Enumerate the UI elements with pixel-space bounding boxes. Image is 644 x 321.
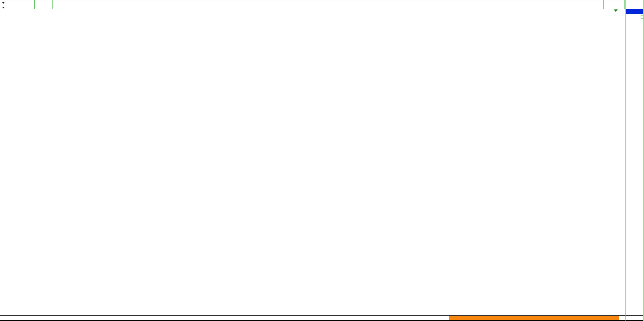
price-direction-down-icon [614,9,618,12]
last-price-label [625,0,644,5]
axis-border-line [625,0,626,321]
date-from-field[interactable] [11,0,34,5]
high-low-cell [604,0,625,9]
triangle-down-icon [2,2,5,4]
date-axis [0,315,644,321]
instrument-title-cell [53,0,549,9]
current-price-tag [626,9,644,14]
symbol-label [35,0,52,5]
price-axis [625,9,644,315]
category-label [549,0,603,5]
category-cell [549,0,604,9]
bars-count-dropdown[interactable] [0,0,11,5]
date-range-cell [11,0,35,9]
highlight-period-band [449,316,619,320]
high-value-label [604,0,624,5]
bars-count-dropdown-cell [0,0,11,9]
tai-pan-chart-window [0,0,644,321]
triangle-down-icon [2,7,5,8]
instrument-title [53,0,549,5]
header-bottom-border-line [0,9,644,9]
last-price-cell [625,0,644,9]
price-chart-area[interactable] [0,9,644,315]
top-border-line [0,0,644,0]
left-border-line [0,9,0,315]
symbol-cell [35,0,53,9]
right-border-line [643,0,644,321]
